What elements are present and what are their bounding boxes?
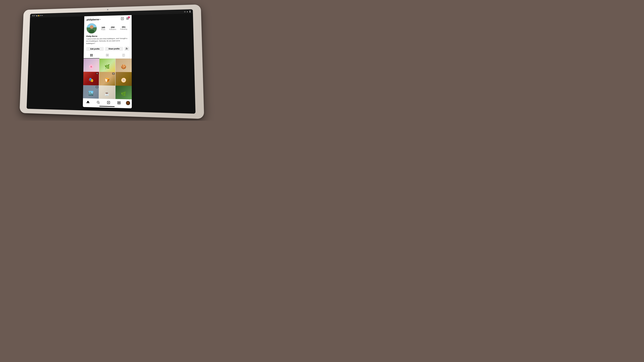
- tab-tagged[interactable]: [115, 52, 132, 58]
- svg-rect-23: [97, 74, 98, 74]
- status-icons: ▣ 🔔 ✉ •••: [36, 14, 43, 16]
- bottom-navigation: [83, 98, 132, 106]
- profile-top: 165 Posts 250 Followers 351 Following: [86, 22, 129, 34]
- username-chevron-icon: ▾: [100, 18, 100, 20]
- circle-icon: ◎: [184, 10, 186, 12]
- svg-point-15: [107, 55, 108, 55]
- tablet-device: 6:17 ▣ 🔔 ✉ ••• ◎ ▲ ▐ philipberne ▾: [20, 4, 204, 119]
- grid-photo-9[interactable]: [115, 85, 132, 99]
- tab-reels[interactable]: [99, 52, 115, 58]
- nav-search-button[interactable]: [95, 100, 102, 105]
- nav-reels-button[interactable]: [116, 100, 122, 105]
- svg-rect-37: [118, 101, 120, 104]
- svg-rect-26: [113, 74, 113, 74]
- svg-point-6: [126, 48, 127, 48]
- svg-rect-12: [92, 55, 93, 56]
- battery-icon: ▐: [189, 10, 190, 12]
- multi-photo-badge: [112, 72, 114, 75]
- dots-icon: •••: [42, 14, 43, 16]
- svg-point-19: [123, 54, 124, 55]
- grid-photo-8[interactable]: [99, 85, 115, 99]
- svg-rect-25: [114, 73, 114, 73]
- profile-avatar[interactable]: [86, 23, 97, 34]
- following-count: 351: [120, 25, 127, 28]
- instagram-panel: philipberne ▾: [83, 15, 132, 108]
- svg-point-32: [97, 101, 99, 103]
- alarm-icon: 🔔: [38, 15, 40, 16]
- svg-rect-22: [96, 73, 97, 74]
- nav-home-button[interactable]: [84, 99, 92, 104]
- nav-add-button[interactable]: [105, 100, 112, 105]
- followers-label: Followers: [109, 28, 116, 30]
- svg-line-33: [99, 103, 100, 103]
- nav-profile-avatar[interactable]: [126, 101, 130, 105]
- svg-rect-9: [90, 54, 91, 55]
- followers-count: 250: [109, 26, 116, 28]
- svg-rect-31: [97, 87, 98, 87]
- svg-rect-24: [113, 73, 113, 73]
- svg-point-38: [118, 102, 120, 103]
- grid-photo-7[interactable]: [83, 85, 99, 99]
- avatar-illustration: [86, 23, 96, 33]
- ig-profile-section: 165 Posts 250 Followers 351 Following: [84, 21, 132, 46]
- profile-stats: 165 Posts 250 Followers 351 Following: [99, 25, 129, 30]
- status-time: 6:17: [32, 14, 35, 16]
- svg-rect-11: [90, 55, 91, 56]
- svg-rect-5: [126, 19, 129, 19]
- username-text: philipberne: [86, 18, 99, 21]
- svg-rect-30: [96, 87, 97, 87]
- sim-icon: ▣: [36, 15, 38, 16]
- svg-rect-27: [114, 74, 114, 74]
- share-profile-button[interactable]: Share profile: [105, 47, 123, 51]
- menu-button[interactable]: 2: [126, 17, 129, 20]
- multi-photo-badge: [96, 72, 98, 75]
- status-bar-right: ◎ ▲ ▐: [184, 10, 190, 12]
- profile-bio: I came to kick ass and chew bubblegum, a…: [86, 37, 129, 44]
- notification-badge: 2: [128, 16, 130, 18]
- tablet-screen: 6:17 ▣ 🔔 ✉ ••• ◎ ▲ ▐ philipberne ▾: [26, 9, 196, 114]
- username-area[interactable]: philipberne ▾: [86, 18, 100, 21]
- mail-icon: ✉: [40, 15, 41, 16]
- avatar-body: [89, 30, 94, 33]
- edit-profile-button[interactable]: Edit profile: [86, 47, 104, 51]
- avatar-head: [90, 25, 94, 29]
- svg-rect-4: [126, 18, 129, 18]
- front-camera: [107, 9, 108, 10]
- multi-photo-badge: [96, 86, 98, 88]
- add-friend-button[interactable]: [124, 46, 129, 51]
- svg-rect-29: [97, 86, 98, 87]
- home-gesture-bar: [99, 106, 114, 107]
- following-label: Following: [120, 28, 127, 30]
- posts-label: Posts: [101, 28, 105, 30]
- profile-display-name: Philip Berne: [86, 34, 129, 37]
- photo-grid: [83, 59, 132, 99]
- tab-grid[interactable]: [84, 52, 100, 58]
- header-icons: 2: [121, 17, 129, 21]
- svg-rect-21: [97, 73, 98, 73]
- ig-header: philipberne ▾: [84, 15, 132, 23]
- svg-rect-20: [96, 73, 97, 73]
- status-bar-left: 6:17 ▣ 🔔 ✉ •••: [32, 14, 43, 16]
- posts-count: 165: [101, 26, 105, 28]
- profile-actions: Edit profile Share profile: [84, 45, 132, 52]
- following-stat[interactable]: 351 Following: [120, 25, 127, 30]
- svg-rect-28: [96, 86, 97, 87]
- add-post-button[interactable]: [121, 17, 124, 21]
- wifi-icon: ▲: [186, 10, 188, 12]
- content-tabs: [84, 52, 132, 59]
- posts-stat[interactable]: 165 Posts: [101, 26, 105, 30]
- followers-stat[interactable]: 250 Followers: [109, 26, 116, 30]
- svg-rect-10: [92, 54, 93, 55]
